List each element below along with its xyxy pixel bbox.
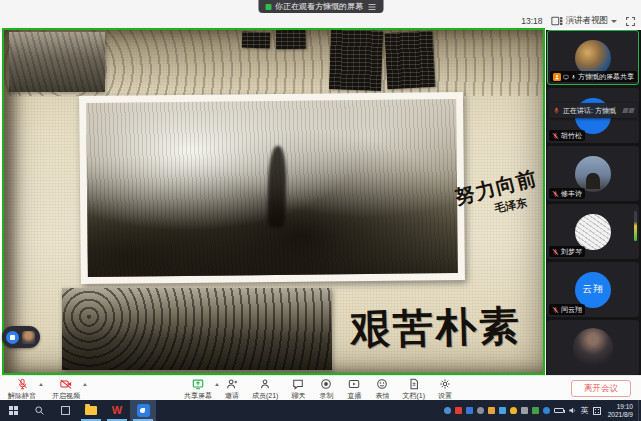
taskbar-search-button[interactable] [26, 400, 52, 421]
avatar: 云翔 [575, 272, 611, 308]
windows-logo-icon [9, 406, 18, 415]
taskbar-clock[interactable]: 19:10 2021/8/9 [605, 403, 636, 419]
start-video-button[interactable]: 开启视频 [52, 378, 80, 401]
chat-icon [292, 378, 304, 390]
mic-muted-icon [552, 132, 559, 140]
tray-icon[interactable] [532, 407, 539, 414]
members-button[interactable]: 成员(21) [252, 378, 278, 401]
avatar [573, 328, 613, 368]
start-button[interactable] [0, 400, 26, 421]
meeting-toolbar: 解除静音 开启视频 共享屏幕 [0, 375, 641, 400]
camera-muted-icon [60, 378, 72, 390]
top-strip: 你正在观看方慷慨的屏幕 13:18 演讲者视图 [0, 0, 641, 28]
taskbar-file-explorer[interactable] [78, 400, 104, 421]
mic-muted-icon [552, 248, 559, 256]
shared-video-content: 努力向前 毛泽东 艰苦朴素 [4, 30, 543, 373]
wps-icon: W [112, 405, 122, 416]
emoji-button[interactable]: 表情 [374, 378, 390, 401]
fullscreen-icon[interactable] [625, 16, 636, 27]
system-tray: 英 19:10 2021/8/9 [444, 400, 638, 421]
tray-icon[interactable] [488, 407, 495, 414]
view-mode-caret-icon [611, 20, 617, 23]
view-mode-selector[interactable]: 演讲者视图 [551, 15, 618, 27]
mic-muted-icon [17, 378, 28, 390]
invite-icon [226, 378, 238, 390]
banner-watermark [623, 108, 634, 113]
members-icon [259, 378, 271, 390]
docs-icon [408, 378, 420, 390]
ime-indicator[interactable]: 英 [581, 405, 589, 416]
speaking-mic-icon [553, 106, 560, 115]
participant-tile[interactable]: 云翔 闫云翔 [547, 262, 639, 317]
invite-button[interactable]: 邀请 [224, 378, 240, 401]
settings-button[interactable]: 设置 [437, 378, 453, 401]
meeting-clock: 13:18 [521, 16, 542, 26]
participants-panel: 方慷慨的屏幕共享 胡竹松 修丰诗 [546, 30, 641, 375]
mic-on-icon [571, 73, 576, 81]
participant-label: 胡竹松 [549, 130, 585, 141]
chat-button[interactable]: 聊天 [290, 378, 306, 401]
share-screen-icon [192, 378, 204, 390]
unmute-button[interactable]: 解除静音 [8, 378, 36, 401]
participant-tile[interactable]: 刘梦琴 [547, 204, 639, 259]
taskbar-wps[interactable]: W [104, 400, 130, 421]
battery-icon[interactable] [554, 408, 564, 413]
avatar [575, 156, 611, 192]
volume-icon[interactable] [568, 406, 577, 415]
tray-icon[interactable] [466, 407, 473, 414]
tray-icon[interactable] [455, 407, 462, 414]
mic-options-caret[interactable] [39, 383, 43, 386]
participant-label: 修丰诗 [549, 188, 585, 199]
collage-photo-bottomleft [62, 288, 332, 370]
tray-icon[interactable] [521, 407, 528, 414]
assistant-icon[interactable] [6, 331, 19, 344]
statue-silhouette [267, 146, 287, 228]
watching-banner[interactable]: 你正在观看方慷慨的屏幕 [258, 0, 383, 13]
task-view-button[interactable] [52, 400, 78, 421]
screenshare-icon [563, 73, 569, 81]
live-button[interactable]: 直播 [346, 378, 362, 401]
folder-icon [85, 406, 97, 415]
mic-muted-icon [552, 306, 559, 314]
collage-photo-main [79, 92, 465, 284]
participant-label: 闫云翔 [549, 304, 585, 315]
participant-label: 方慷慨的屏幕共享 [550, 71, 637, 82]
calligraphy-large-slogan: 艰苦朴素 [349, 297, 544, 357]
floating-assistant-widget[interactable] [2, 326, 40, 348]
search-icon [34, 405, 45, 416]
collage-calligraphy-block [242, 32, 271, 49]
live-icon [348, 378, 360, 390]
collage-calligraphy-block [329, 29, 383, 91]
tray-icon[interactable] [510, 407, 517, 414]
docs-button[interactable]: 文档(1) [402, 378, 425, 401]
share-status-icon [265, 4, 271, 10]
emoji-icon [376, 378, 388, 390]
speaking-indicator: 正在讲话: 方慷慨 [549, 103, 638, 118]
participant-tile[interactable] [547, 320, 639, 375]
participant-tile[interactable]: 修丰诗 [547, 146, 639, 201]
shared-screen-region[interactable]: 努力向前 毛泽东 艰苦朴素 [2, 28, 545, 375]
mini-avatar[interactable] [22, 331, 35, 344]
collage-photo-topleft [9, 32, 105, 92]
view-mode-label: 演讲者视图 [566, 15, 609, 27]
presenter-badge-icon [553, 73, 561, 81]
leave-meeting-button[interactable]: 离开会议 [571, 380, 631, 397]
tray-icon[interactable] [499, 407, 506, 414]
taskbar-meeting-app[interactable] [130, 400, 156, 421]
tray-icon[interactable] [444, 407, 451, 414]
watching-banner-text: 你正在观看方慷慨的屏幕 [275, 1, 363, 12]
volume-indicator [634, 211, 637, 241]
participant-label: 刘梦琴 [549, 246, 585, 257]
share-screen-button[interactable]: 共享屏幕 [184, 378, 212, 401]
record-icon [320, 378, 332, 390]
ime-grid-icon[interactable] [593, 407, 601, 415]
record-button[interactable]: 录制 [318, 378, 334, 401]
speaker-view-icon [551, 15, 563, 27]
windows-taskbar: W 英 19:10 2021/8/9 [0, 400, 641, 421]
participant-tile-screenshare[interactable]: 方慷慨的屏幕共享 [547, 30, 639, 85]
bluetooth-icon[interactable] [543, 407, 550, 414]
tray-icon[interactable] [477, 407, 484, 414]
video-options-caret[interactable] [83, 383, 87, 386]
share-options-caret[interactable] [215, 383, 219, 386]
banner-menu-icon[interactable] [367, 3, 376, 11]
